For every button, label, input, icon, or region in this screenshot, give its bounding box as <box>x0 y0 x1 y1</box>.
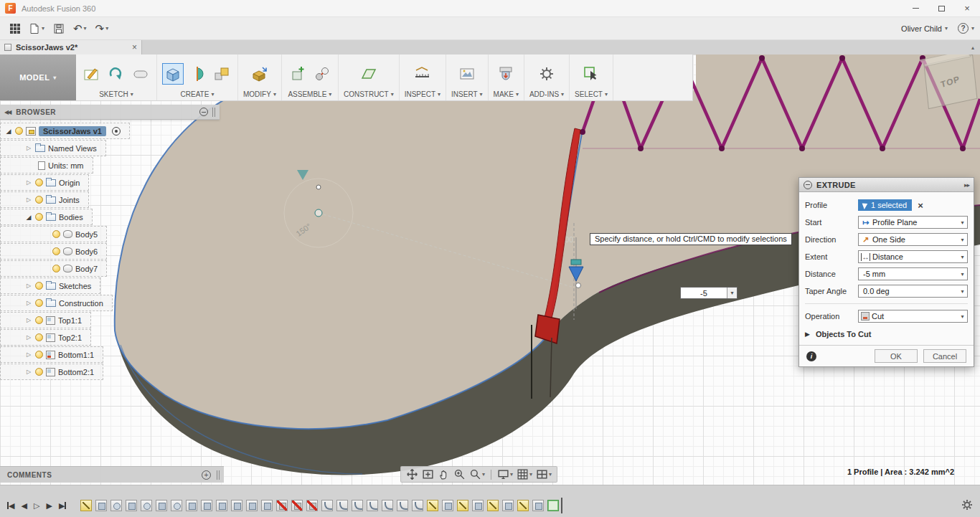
timeline-feature-extrude[interactable] <box>502 500 514 511</box>
timeline-feature-error[interactable] <box>276 500 288 511</box>
construction-plane-icon[interactable] <box>358 63 380 85</box>
timeline-feature-fillet[interactable] <box>382 500 393 511</box>
measure-icon[interactable] <box>412 63 433 85</box>
timeline-feature-sketch[interactable] <box>457 500 468 511</box>
timeline-feature-extrude[interactable] <box>472 500 484 511</box>
distance-overlay-input[interactable]: -5 ▾ <box>680 287 738 299</box>
expander-icon[interactable]: ▷ <box>25 179 32 186</box>
maximize-button[interactable] <box>928 0 954 16</box>
tree-row-named-views[interactable]: ▷ Named Views <box>0 140 106 156</box>
primitives-tool-icon[interactable] <box>211 63 232 85</box>
manipulator-handle[interactable] <box>571 260 581 265</box>
press-pull-icon[interactable] <box>249 63 270 85</box>
ribbon-dropdown-construct[interactable]: CONSTRUCT▾ <box>344 89 394 98</box>
tree-row-sketches[interactable]: ▷ Sketches <box>0 278 100 294</box>
expander-icon[interactable]: ▷ <box>25 334 32 341</box>
timeline-settings-gear-icon[interactable] <box>961 499 973 512</box>
clear-selection-icon[interactable]: × <box>918 200 923 211</box>
add-comment-icon[interactable]: + <box>202 470 211 480</box>
expander-open-icon[interactable]: ◢ <box>5 128 12 135</box>
visibility-bulb-icon[interactable] <box>35 179 43 186</box>
step-forward-outline-button[interactable]: ▷ <box>34 501 39 511</box>
user-menu[interactable]: Oliver Child▾ <box>901 24 948 33</box>
timeline-feature-extrude[interactable] <box>95 500 107 511</box>
expander-icon[interactable]: ▷ <box>25 317 32 323</box>
timeline-feature-sketch[interactable] <box>487 500 499 511</box>
display-settings-icon[interactable]: ▾ <box>497 468 513 480</box>
tree-row-bottom1[interactable]: ▷ Bottom1:1 <box>0 346 103 363</box>
visibility-bulb-icon[interactable] <box>35 368 43 376</box>
browser-header[interactable]: ◀◀ BROWSER <box>0 105 220 120</box>
timeline-position-marker[interactable] <box>561 498 562 513</box>
taper-angle-input[interactable]: 0.0 deg ▾ <box>858 285 968 298</box>
comments-bar[interactable]: COMMENTS + <box>0 466 224 483</box>
ribbon-dropdown-inspect[interactable]: INSPECT▾ <box>405 89 440 98</box>
expander-icon[interactable]: ▷ <box>25 145 32 151</box>
go-to-end-button[interactable]: ▶ <box>59 501 66 511</box>
ribbon-dropdown-make[interactable]: MAKE▾ <box>494 89 519 98</box>
tree-row-body7[interactable]: Body7 <box>0 260 107 277</box>
visibility-bulb-icon[interactable] <box>35 213 43 221</box>
expander-icon[interactable]: ▷ <box>25 351 32 358</box>
browser-minimize-icon[interactable] <box>199 108 208 116</box>
play-button[interactable]: ▶ <box>46 501 52 511</box>
pan-hand-icon[interactable] <box>438 468 450 480</box>
tree-row-construction[interactable]: ▷ Construction <box>0 295 113 311</box>
timeline-feature-extrude[interactable] <box>261 500 273 511</box>
expander-open-icon[interactable]: ◢ <box>25 214 32 221</box>
timeline-feature-extrude[interactable] <box>442 500 453 511</box>
operation-select[interactable]: Cut ▾ <box>858 310 968 323</box>
timeline-feature-extrude[interactable] <box>246 500 258 511</box>
visibility-bulb-icon[interactable] <box>35 299 43 307</box>
timeline-feature-revolve[interactable] <box>171 500 182 511</box>
cancel-button[interactable]: Cancel <box>923 349 966 363</box>
sketch-point[interactable] <box>316 185 321 189</box>
timeline-feature-revolve[interactable] <box>110 500 122 511</box>
visibility-bulb-icon[interactable] <box>35 333 43 341</box>
extrude-dialog-header[interactable]: EXTRUDE ▸▸ <box>799 178 974 192</box>
collapse-toolbar-icon[interactable]: ▴ <box>971 44 974 51</box>
direction-select[interactable]: ↗ One Side ▾ <box>858 233 968 246</box>
document-tab[interactable]: ScissorJaws v2* × <box>0 40 142 54</box>
start-select[interactable]: ↦ Profile Plane ▾ <box>858 216 968 229</box>
viewcube-face-label[interactable]: TOP <box>940 74 961 90</box>
distance-overlay-value[interactable]: -5 <box>681 289 727 298</box>
ribbon-dropdown-assemble[interactable]: ASSEMBLE▾ <box>288 89 331 98</box>
sketch-project-icon[interactable] <box>105 63 127 85</box>
zoom-icon[interactable]: ▾ <box>469 468 485 480</box>
ribbon-dropdown-insert[interactable]: INSERT▾ <box>451 89 483 98</box>
timeline-feature-extrude[interactable] <box>156 500 167 511</box>
timeline-feature-fillet[interactable] <box>397 500 408 511</box>
objects-to-cut-row[interactable]: ▶ Objects To Cut <box>805 325 968 343</box>
expander-icon[interactable]: ▷ <box>25 283 32 289</box>
visibility-bulb-icon[interactable] <box>52 230 60 238</box>
timeline-feature-error[interactable] <box>291 500 303 511</box>
timeline-feature-fillet[interactable] <box>321 500 333 511</box>
visibility-bulb-icon[interactable] <box>52 247 60 255</box>
create-sketch-icon[interactable] <box>81 63 103 85</box>
tree-row-top2[interactable]: ▷ Top2:1 <box>0 329 91 346</box>
ribbon-dropdown-addins[interactable]: ADD-INS▾ <box>529 89 564 98</box>
insert-canvas-icon[interactable] <box>456 63 478 85</box>
timeline-feature-extrude[interactable] <box>216 500 227 511</box>
manipulator-origin[interactable] <box>576 283 581 288</box>
dialog-pin-icon[interactable]: ▸▸ <box>964 181 969 189</box>
timeline-feature-sketch[interactable] <box>80 500 92 511</box>
new-component-icon[interactable] <box>287 63 308 85</box>
select-cursor-icon[interactable] <box>580 63 602 85</box>
timeline-feature-fillet[interactable] <box>412 500 423 511</box>
expander-icon[interactable]: ▷ <box>25 369 32 375</box>
ribbon-dropdown-sketch[interactable]: SKETCH▾ <box>99 89 133 98</box>
workspace-switcher[interactable]: MODEL▾ <box>0 54 76 100</box>
timeline-feature-fillet[interactable] <box>336 500 348 511</box>
visibility-bulb-icon[interactable] <box>35 351 43 359</box>
tree-row-body6[interactable]: Body6 <box>0 243 107 260</box>
info-icon[interactable]: i <box>806 351 816 361</box>
tree-row-origin[interactable]: ▷ Origin <box>0 174 89 191</box>
timeline-feature-sketch[interactable] <box>427 500 438 511</box>
close-button[interactable]: × <box>954 0 980 16</box>
expander-icon[interactable]: ▷ <box>25 300 32 306</box>
step-back-button[interactable]: ◀ <box>21 501 27 511</box>
timeline-feature-fillet[interactable] <box>367 500 378 511</box>
extrude-tool-icon[interactable] <box>162 63 184 85</box>
